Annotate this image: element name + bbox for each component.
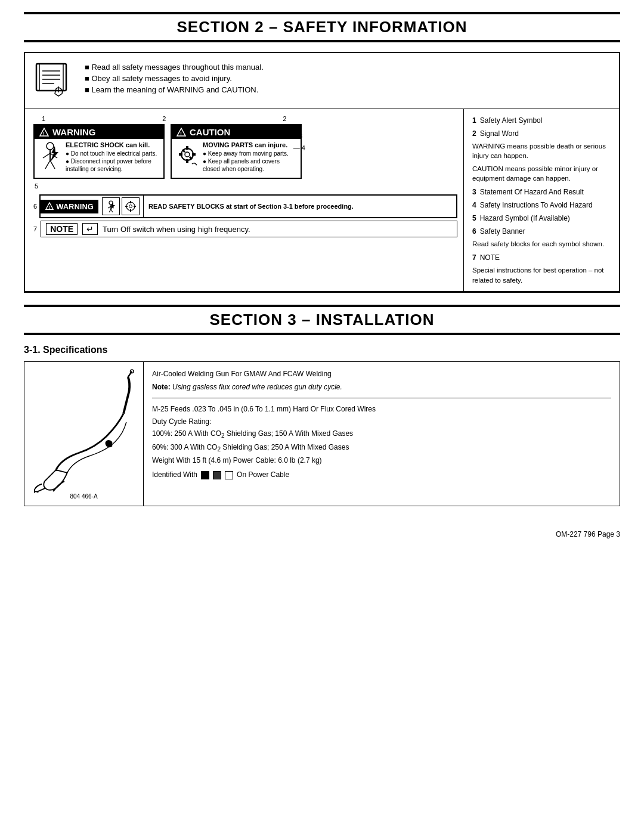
svg-rect-20 <box>186 159 188 163</box>
svg-point-18 <box>185 152 190 157</box>
warning-body: ELECTRIC SHOCK can kill. Do not touch li… <box>35 139 163 178</box>
safety-intro-bullets: Read all safety messages throughout this… <box>85 59 264 97</box>
legend-3: 3 Statement Of Hazard And Result <box>472 187 611 197</box>
bullet-1: Read all safety messages throughout this… <box>85 63 264 72</box>
banner-icon-2 <box>122 197 140 215</box>
legend-text-7: NOTE <box>480 252 500 263</box>
legend-num-6: 6 <box>472 226 476 237</box>
svg-rect-36 <box>134 206 136 207</box>
safety-banner-row: 6 ! WARNING READ SAF <box>33 194 457 218</box>
caution-triangle-icon: ! <box>177 128 186 137</box>
svg-rect-35 <box>125 206 128 207</box>
bullet-2: Obey all safety messages to avoid injury… <box>85 74 264 83</box>
spec-duty-label: Duty Cycle Rating: <box>152 416 611 428</box>
warning-hazard-title: ELECTRIC SHOCK can kill. <box>66 141 161 148</box>
caution-label: CAUTION <box>190 127 230 137</box>
legend-text-5: Hazard Symbol (If Available) <box>480 213 570 224</box>
warning-bullet-2: Disconnect input power before installing… <box>66 157 161 173</box>
svg-rect-0 <box>36 64 66 91</box>
spec-duty1: 100%: 250 A With CO2 Shielding Gas; 150 … <box>152 428 611 441</box>
safety-intro-section: Read all safety messages throughout this… <box>25 53 619 109</box>
svg-line-29 <box>109 209 111 212</box>
spec-line-m25: M-25 Feeds .023 To .045 in (0.6 To 1.1 m… <box>152 403 611 415</box>
spec-duty2: 60%: 300 A With CO2 Shielding Gas; 250 A… <box>152 441 611 454</box>
spec-line1: Air-Cooled Welding Gun For GMAW And FCAW… <box>152 368 611 380</box>
legend-num-7: 7 <box>472 252 476 263</box>
caution-hazard-title: MOVING PARTS can injure. <box>203 141 298 148</box>
svg-point-31 <box>126 202 135 210</box>
svg-line-30 <box>111 209 113 212</box>
specifications-box: 804 466-A Air-Cooled Welding Gun For GMA… <box>24 361 620 506</box>
color-square-white <box>225 471 233 479</box>
color-square-black <box>201 471 209 479</box>
note-icon: ↵ <box>82 223 98 235</box>
legend-num-2: 2 <box>472 128 476 139</box>
safety-information-box: Read all safety messages throughout this… <box>24 52 620 293</box>
svg-text:!: ! <box>180 131 182 137</box>
warning-block: ! WARNING <box>33 124 165 179</box>
specs-separator <box>152 398 611 398</box>
legend-num-3: 3 <box>472 187 476 197</box>
caution-block: ! CAUTION <box>171 124 302 179</box>
legend-text-2: Signal Word <box>480 128 519 139</box>
legend-text-6: Safety Banner <box>480 226 525 237</box>
legend-2: 2 Signal Word <box>472 128 611 139</box>
legend-banner-desc: Read safety blocks for each symbol shown… <box>472 239 611 249</box>
label-3: 3 <box>299 132 302 140</box>
legend-num-5: 5 <box>472 213 476 224</box>
spec-identified-row: Identified With On Power Cable <box>152 469 611 481</box>
legend-4: 4 Safety Instructions To Avoid Hazard <box>472 200 611 210</box>
spec-note-label: Note: <box>152 383 171 391</box>
banner-warning-label: WARNING <box>56 202 94 211</box>
bullet-3: Learn the meaning of WARNING and CAUTION… <box>85 85 264 94</box>
svg-text:!: ! <box>43 131 45 137</box>
caution-text: MOVING PARTS can injure. Keep away from … <box>203 141 298 175</box>
moving-parts-icon <box>174 141 200 175</box>
legend-text-3: Statement Of Hazard And Result <box>480 187 584 197</box>
spec-note-text: Using gasless flux cored wire reduces gu… <box>171 383 342 391</box>
safety-diagram-section: 1 2 2 ! WARNING <box>25 109 619 292</box>
legend-section: 1 Safety Alert Symbol 2 Signal Word WARN… <box>464 109 619 291</box>
color-square-dark <box>213 471 221 479</box>
label-7: 7 <box>33 225 37 233</box>
label-2a: 2 <box>162 115 166 122</box>
banner-warning-header: ! WARNING <box>41 200 98 213</box>
subsection31-title: 3-1. Specifications <box>24 345 620 355</box>
warning-triangle-icon: ! <box>39 128 49 137</box>
label-2b: 2 <box>283 115 286 122</box>
image-caption: 804 466-A <box>70 493 97 500</box>
warning-text: ELECTRIC SHOCK can kill. Do not touch li… <box>66 141 161 175</box>
svg-line-13 <box>45 160 50 169</box>
caution-bullet-2: Keep all panels and covers closed when o… <box>203 157 298 173</box>
svg-rect-34 <box>130 209 131 212</box>
label-6: 6 <box>33 203 37 210</box>
label-5: 5 <box>33 182 457 190</box>
diagram-left: 1 2 2 ! WARNING <box>25 109 464 291</box>
legend-text-1: Safety Alert Symbol <box>480 115 543 126</box>
legend-num-1: 1 <box>472 115 476 126</box>
svg-text:!: ! <box>48 205 50 210</box>
svg-point-32 <box>129 205 132 208</box>
specs-text-column: Air-Cooled Welding Gun For GMAW And FCAW… <box>144 362 620 506</box>
spec-note-row: Note: Using gasless flux cored wire redu… <box>152 381 611 393</box>
welding-gun-illustration <box>33 368 135 493</box>
spec-weight: Weight With 15 ft (4.6 m) Power Cable: 6… <box>152 454 611 466</box>
legend-num-4: 4 <box>472 200 476 210</box>
banner-icons <box>98 196 144 217</box>
note-row: 7 NOTE ↵ Turn Off switch when using high… <box>33 221 457 237</box>
caution-bullet-1: Keep away from moving parts. <box>203 150 298 157</box>
label-1: 1 <box>42 115 45 122</box>
page-footer: OM-227 796 Page 3 <box>24 530 620 538</box>
section2-title: SECTION 2 – SAFETY INFORMATION <box>24 12 620 42</box>
svg-rect-19 <box>186 146 188 150</box>
identified-end: On Power Cable <box>237 469 289 481</box>
identified-label: Identified With <box>152 469 197 481</box>
note-label: NOTE <box>46 223 78 235</box>
svg-rect-1 <box>39 64 63 91</box>
svg-line-14 <box>50 160 55 169</box>
legend-text-4: Safety Instructions To Avoid Hazard <box>480 200 593 210</box>
banner-icon-1 <box>102 197 120 215</box>
banner-text: READ SAFETY BLOCKS at start of Section 3… <box>144 200 358 213</box>
warning-bullet-1: Do not touch live electrical parts. <box>66 150 161 157</box>
warning-label: WARNING <box>52 127 96 137</box>
